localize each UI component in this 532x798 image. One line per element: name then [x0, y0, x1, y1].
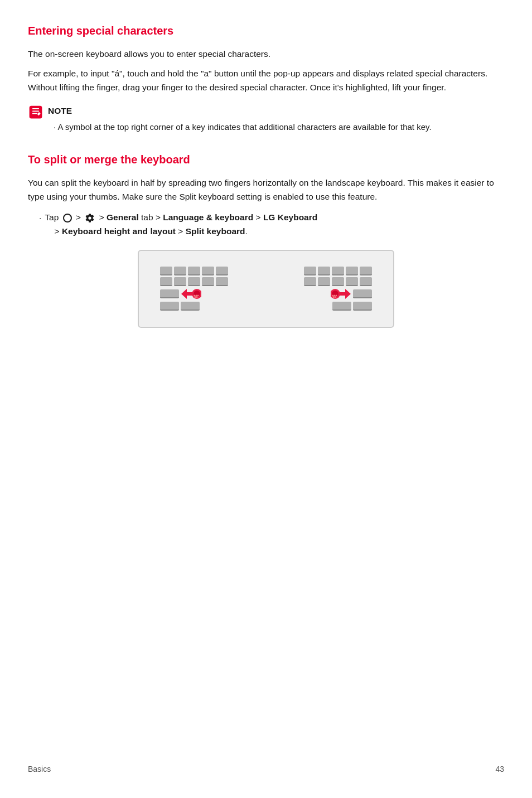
- chevron6: >: [178, 226, 183, 236]
- keyboard-height-text: Keyboard height and layout: [62, 226, 176, 236]
- period: .: [245, 226, 248, 236]
- key-row-1: [304, 267, 372, 275]
- key-row-2: [160, 277, 228, 286]
- key: [202, 267, 214, 275]
- section1-para2: For example, to input "á", touch and hol…: [28, 67, 504, 95]
- instruction-item: · Tap > > General tab > Language & keybo…: [39, 211, 504, 239]
- key: [160, 277, 172, 286]
- note-bullet-text: A symbol at the top right corner of a ke…: [54, 120, 432, 133]
- chevron1: >: [76, 212, 81, 222]
- chevron4: >: [256, 212, 261, 222]
- note-icon: [28, 104, 43, 120]
- instruction-list: · Tap > > General tab > Language & keybo…: [39, 211, 504, 239]
- keyboard-right-half: [304, 267, 372, 311]
- svg-point-14: [332, 296, 334, 298]
- key: [174, 267, 186, 275]
- key: [174, 277, 186, 286]
- key-row-arrow-right: [331, 288, 372, 300]
- key: [318, 277, 330, 286]
- right-arrow-icon: [331, 288, 351, 300]
- svg-point-7: [195, 296, 196, 298]
- svg-rect-0: [30, 106, 42, 119]
- section2-title: To split or merge the keyboard: [28, 151, 504, 168]
- svg-point-8: [196, 296, 198, 298]
- key-row-2: [304, 277, 372, 286]
- key-wide: [353, 302, 372, 311]
- general-text: General tab: [107, 212, 156, 222]
- key: [346, 267, 358, 275]
- language-text: Language & keyboard: [163, 212, 255, 222]
- home-icon: [63, 214, 72, 223]
- gear-icon: [85, 213, 95, 223]
- left-arrow-icon: [181, 288, 201, 300]
- key: [346, 277, 358, 286]
- key-row-4: [160, 302, 200, 311]
- lg-keyboard-text: LG Keyboard: [263, 212, 317, 222]
- key: [188, 277, 200, 286]
- key: [304, 267, 316, 275]
- key-wide: [160, 302, 179, 311]
- svg-marker-1: [181, 289, 192, 299]
- section1-para1: The on-screen keyboard allows you to ent…: [28, 47, 504, 61]
- key: [304, 277, 316, 286]
- section2-para1: You can split the keyboard in half by sp…: [28, 176, 504, 204]
- chevron2: >: [99, 212, 104, 222]
- footer-page-number: 43: [495, 763, 504, 776]
- split-keyboard-text: Split keyboard: [186, 226, 245, 236]
- chevron3: >: [156, 212, 161, 222]
- section1-title: Entering special characters: [28, 22, 504, 40]
- key: [332, 277, 344, 286]
- key: [360, 277, 372, 286]
- note-content: NOTE A symbol at the top right corner of…: [48, 104, 432, 133]
- key: [160, 267, 172, 275]
- page-footer: Basics 43: [28, 763, 504, 776]
- key-wide: [181, 302, 200, 311]
- key: [202, 277, 214, 286]
- note-box: NOTE A symbol at the top right corner of…: [28, 104, 504, 133]
- keyboard-left-half: [160, 267, 228, 311]
- bullet-dot: ·: [39, 211, 41, 225]
- svg-marker-16: [340, 289, 351, 299]
- key: [360, 267, 372, 275]
- note-label: NOTE: [48, 106, 72, 115]
- chevron5: >: [55, 226, 60, 236]
- key-row-1: [160, 267, 228, 275]
- keyboard-illustration: [138, 250, 394, 328]
- key: [216, 267, 228, 275]
- key: [332, 267, 344, 275]
- key: [216, 277, 228, 286]
- key-row-4: [332, 302, 372, 311]
- instruction-text: Tap > > General tab > Language & keyboar…: [45, 211, 504, 239]
- key-wide: [353, 289, 372, 298]
- footer-section-label: Basics: [28, 763, 51, 776]
- key-row-arrow: [160, 288, 201, 300]
- key: [188, 267, 200, 275]
- key: [318, 267, 330, 275]
- svg-point-15: [334, 296, 336, 298]
- key-wide: [332, 302, 351, 311]
- svg-point-13: [335, 295, 337, 297]
- svg-point-6: [197, 295, 199, 297]
- key-wide: [160, 289, 179, 298]
